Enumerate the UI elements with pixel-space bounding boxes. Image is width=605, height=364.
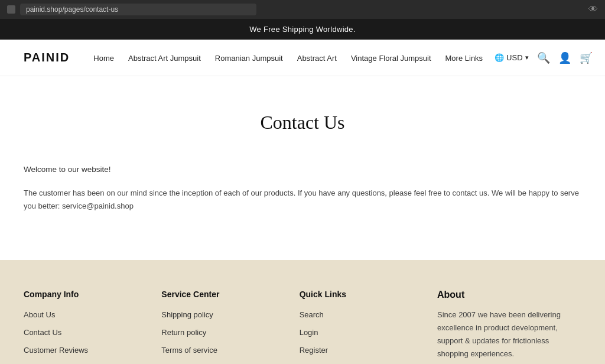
- footer-link[interactable]: Register: [300, 346, 328, 355]
- search-icon[interactable]: 🔍: [537, 51, 550, 64]
- page-title: Contact Us: [24, 112, 581, 134]
- footer-company-title: Company Info: [24, 290, 144, 299]
- footer-about-title: About: [437, 290, 581, 300]
- chevron-down-icon: ▾: [525, 54, 529, 61]
- footer-link[interactable]: Return policy: [161, 328, 206, 337]
- footer-link[interactable]: Login: [300, 328, 318, 337]
- currency-selector[interactable]: 🌐 USD ▾: [495, 53, 528, 62]
- announcement-bar: We Free Shipping Worldwide.: [0, 19, 605, 40]
- nav-link[interactable]: Home: [93, 54, 114, 63]
- footer-about: About Since 2007 we have been delivering…: [437, 290, 581, 364]
- eye-icon: 👁: [588, 4, 598, 15]
- header-actions: 🌐 USD ▾ 🔍 👤 🛒: [495, 51, 592, 64]
- welcome-text: Welcome to our website!: [24, 163, 581, 176]
- footer-service-title: Service Center: [161, 290, 281, 299]
- footer-grid: Company Info About UsContact UsCustomer …: [24, 290, 581, 364]
- footer-about-text: Since 2007 we have been delivering excel…: [437, 308, 581, 360]
- main-content: Contact Us Welcome to our website! The c…: [0, 76, 605, 260]
- main-nav: HomeAbstract Art JumpsuitRomanian Jumpsu…: [93, 53, 483, 63]
- footer-link[interactable]: Search: [300, 310, 324, 319]
- footer-link[interactable]: Shipping policy: [161, 310, 213, 319]
- browser-icon: [7, 5, 15, 14]
- footer-link[interactable]: Contact Us: [24, 328, 61, 337]
- url-bar[interactable]: painid.shop/pages/contact-us: [20, 4, 256, 15]
- site-footer: Company Info About UsContact UsCustomer …: [0, 260, 605, 364]
- nav-link[interactable]: More Links: [445, 54, 483, 63]
- nav-link[interactable]: Vintage Floral Jumpsuit: [351, 54, 431, 63]
- globe-icon: 🌐: [495, 53, 504, 62]
- footer-service-center: Service Center Shipping policyReturn pol…: [161, 290, 281, 364]
- browser-chrome: painid.shop/pages/contact-us 👁: [0, 0, 605, 19]
- footer-link[interactable]: About Us: [24, 310, 55, 319]
- footer-quick-links: Quick Links SearchLoginRegisterTracking …: [300, 290, 419, 364]
- cart-icon[interactable]: 🛒: [580, 51, 593, 64]
- contact-body: The customer has been on our mind since …: [24, 187, 581, 213]
- user-icon[interactable]: 👤: [558, 51, 571, 64]
- footer-link[interactable]: Customer Reviews: [24, 346, 88, 355]
- footer-company-info: Company Info About UsContact UsCustomer …: [24, 290, 144, 364]
- footer-quick-title: Quick Links: [300, 290, 419, 299]
- nav-link[interactable]: Romanian Jumpsuit: [215, 54, 283, 63]
- logo[interactable]: PAINID: [24, 51, 70, 64]
- site-header: PAINID HomeAbstract Art JumpsuitRomanian…: [0, 40, 605, 76]
- footer-link[interactable]: Terms of service: [161, 346, 217, 355]
- nav-link[interactable]: Abstract Art: [297, 54, 337, 63]
- nav-link[interactable]: Abstract Art Jumpsuit: [128, 54, 201, 63]
- announcement-text: We Free Shipping Worldwide.: [249, 25, 356, 34]
- currency-label: USD: [506, 53, 522, 62]
